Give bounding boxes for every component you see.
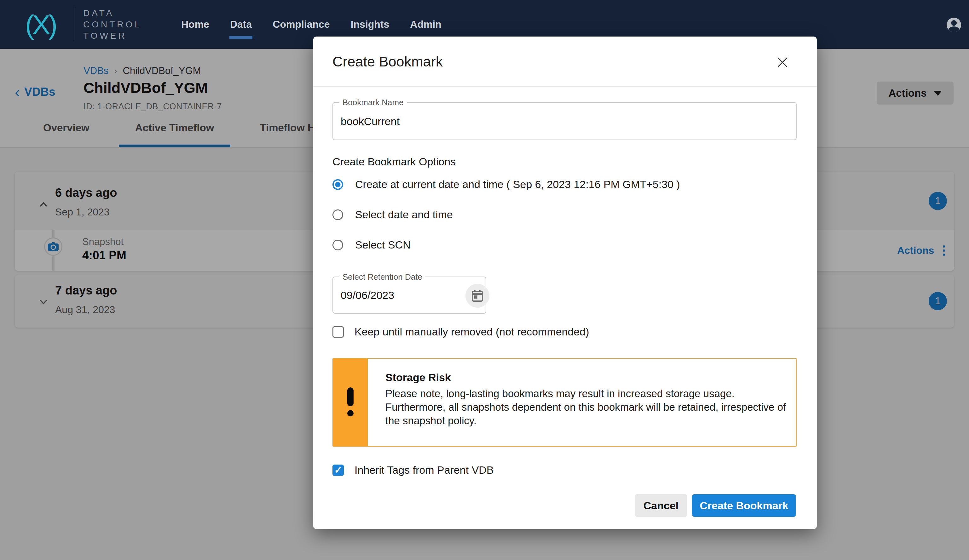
warning-text: Please note, long-lasting bookmarks may … — [385, 387, 792, 427]
warning-title: Storage Risk — [385, 371, 792, 384]
radio-unselected-icon[interactable] — [333, 209, 343, 220]
radio-label: Create at current date and time ( Sep 6,… — [355, 178, 680, 191]
app-root: (X) DATA CONTROL TOWER Home Data Complia… — [0, 0, 969, 560]
checkbox-checked-icon[interactable]: ✓ — [333, 465, 344, 476]
keep-until-removed-checkbox-row[interactable]: Keep until manually removed (not recomme… — [333, 326, 589, 338]
radio-select-scn[interactable]: Select SCN — [333, 239, 411, 251]
retention-date-value[interactable]: 09/06/2023 — [341, 289, 394, 301]
inherit-tags-checkbox-row[interactable]: ✓ Inherit Tags from Parent VDB — [333, 464, 494, 476]
nav-item-insights[interactable]: Insights — [351, 18, 390, 30]
checkbox-label: Keep until manually removed (not recomme… — [355, 326, 589, 338]
nav-item-data[interactable]: Data — [230, 18, 252, 30]
radio-unselected-icon[interactable] — [333, 240, 343, 250]
bookmark-name-label: Bookmark Name — [340, 98, 407, 107]
nav-item-admin[interactable]: Admin — [410, 18, 441, 30]
brand-wordmark: DATA CONTROL TOWER — [83, 8, 142, 41]
checkbox-label: Inherit Tags from Parent VDB — [355, 464, 494, 476]
calendar-picker-button[interactable] — [465, 284, 489, 308]
radio-select-datetime[interactable]: Select date and time — [333, 208, 453, 221]
retention-date-label: Select Retention Date — [340, 272, 425, 282]
brand-line: CONTROL — [83, 20, 142, 30]
nav-item-home[interactable]: Home — [181, 18, 209, 30]
create-bookmark-modal: Create Bookmark Bookmark Name bookCurren… — [313, 37, 817, 529]
avatar-shoulders — [949, 27, 959, 32]
modal-header-divider — [313, 86, 817, 86]
user-avatar-icon[interactable] — [947, 18, 961, 32]
radio-label: Select SCN — [355, 239, 411, 251]
storage-risk-warning: Storage Risk Please note, long-lasting b… — [333, 358, 797, 447]
dct-logo-icon[interactable]: (X) — [15, 6, 65, 43]
checkbox-unchecked-icon[interactable] — [333, 326, 344, 337]
avatar-head — [951, 20, 957, 26]
options-group-label: Create Bookmark Options — [333, 156, 456, 168]
brand-line: DATA — [83, 8, 142, 18]
brand-line: TOWER — [83, 31, 142, 41]
warning-accent-bar — [333, 359, 368, 446]
bookmark-name-value[interactable]: bookCurrent — [341, 115, 400, 127]
nav-item-compliance[interactable]: Compliance — [273, 18, 330, 30]
cancel-button[interactable]: Cancel — [634, 494, 687, 517]
bookmark-name-field[interactable]: Bookmark Name bookCurrent — [333, 102, 797, 140]
create-bookmark-button[interactable]: Create Bookmark — [692, 494, 796, 517]
calendar-icon — [471, 289, 483, 302]
exclamation-icon — [346, 387, 354, 418]
radio-label: Select date and time — [355, 208, 453, 221]
radio-current-datetime[interactable]: Create at current date and time ( Sep 6,… — [333, 178, 680, 191]
retention-date-field[interactable]: Select Retention Date 09/06/2023 — [333, 276, 486, 314]
radio-selected-icon[interactable] — [333, 179, 343, 190]
modal-title: Create Bookmark — [333, 53, 443, 70]
close-icon[interactable] — [774, 54, 791, 71]
logo-divider — [74, 7, 74, 42]
warning-content: Storage Risk Please note, long-lasting b… — [385, 371, 792, 427]
